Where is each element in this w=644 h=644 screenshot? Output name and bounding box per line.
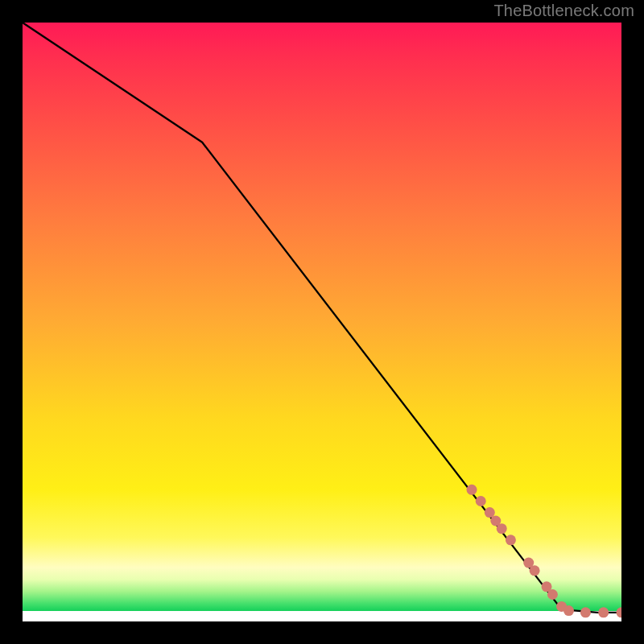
data-point	[506, 535, 516, 545]
data-point	[485, 507, 495, 518]
data-point	[598, 607, 609, 617]
chart-overlay	[23, 23, 621, 621]
plot-area	[23, 23, 621, 621]
data-point	[580, 607, 591, 617]
data-point	[547, 589, 558, 600]
chart-line	[23, 23, 621, 613]
data-point	[564, 605, 574, 616]
data-point	[530, 565, 540, 576]
data-point	[476, 496, 486, 506]
chart-points	[467, 485, 622, 618]
chart-stage: TheBottleneck.com	[0, 0, 644, 644]
attribution-text: TheBottleneck.com	[493, 2, 634, 20]
data-point	[497, 523, 507, 534]
data-point	[467, 485, 477, 495]
data-point	[617, 607, 622, 617]
